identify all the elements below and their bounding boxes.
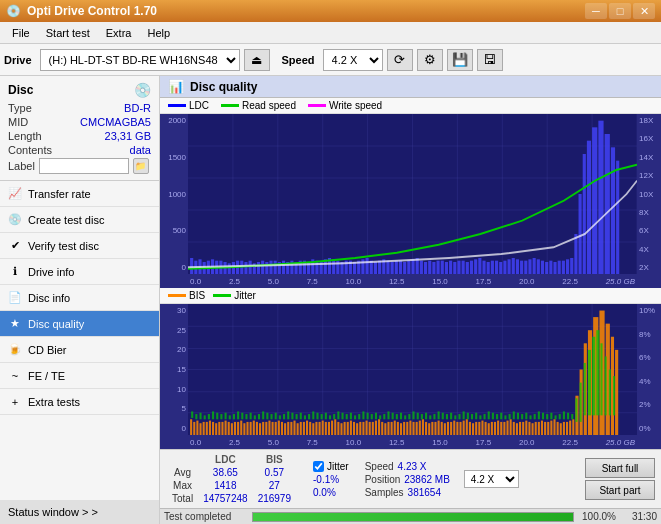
svg-rect-131 xyxy=(190,419,192,435)
svg-rect-107 xyxy=(574,234,577,274)
svg-rect-282 xyxy=(270,414,272,419)
svg-rect-230 xyxy=(500,422,502,435)
svg-rect-217 xyxy=(459,422,461,435)
minimize-button[interactable]: ─ xyxy=(585,3,607,19)
svg-rect-289 xyxy=(300,413,302,420)
eject-button[interactable]: ⏏ xyxy=(244,49,270,71)
svg-rect-239 xyxy=(528,422,530,435)
status-window-label: Status window > > xyxy=(8,506,98,518)
nav-create-test-disc[interactable]: 💿 Create test disc xyxy=(0,207,159,233)
stats-bar: LDC BIS Avg 38.65 0.57 Max 1418 27 xyxy=(160,449,661,508)
svg-rect-35 xyxy=(274,261,277,274)
menu-start-test[interactable]: Start test xyxy=(38,22,98,43)
svg-rect-150 xyxy=(250,422,252,435)
drive-select[interactable]: (H:) HL-DT-ST BD-RE WH16NS48 1.D3 xyxy=(40,49,240,71)
svg-rect-199 xyxy=(403,422,405,435)
nav-transfer-rate[interactable]: 📈 Transfer rate xyxy=(0,181,159,207)
svg-rect-357 xyxy=(584,363,586,415)
verify-test-disc-icon: ✔ xyxy=(8,239,22,253)
avg-ldc: 38.65 xyxy=(199,467,252,478)
menu-extra[interactable]: Extra xyxy=(98,22,140,43)
nav-cd-bier[interactable]: 🍺 CD Bier xyxy=(0,337,159,363)
svg-rect-346 xyxy=(538,411,540,419)
max-ldc: 1418 xyxy=(199,480,252,491)
svg-rect-331 xyxy=(475,413,477,420)
svg-rect-147 xyxy=(240,421,242,435)
svg-rect-332 xyxy=(479,415,481,419)
speed-select-stats[interactable]: 4.2 X xyxy=(464,470,519,488)
start-full-button[interactable]: Start full xyxy=(585,458,655,478)
nav-fe-te-label: FE / TE xyxy=(28,370,65,382)
nav-disc-quality[interactable]: ★ Disc quality xyxy=(0,311,159,337)
svg-rect-238 xyxy=(525,421,527,435)
svg-rect-319 xyxy=(425,413,427,420)
svg-rect-191 xyxy=(378,419,380,435)
svg-rect-363 xyxy=(609,370,611,416)
svg-rect-142 xyxy=(225,421,227,435)
svg-rect-227 xyxy=(491,422,493,435)
nav-drive-info-label: Drive info xyxy=(28,266,74,278)
svg-rect-246 xyxy=(550,421,552,435)
svg-rect-228 xyxy=(494,422,496,435)
refresh-button[interactable]: ⟳ xyxy=(387,49,413,71)
start-part-button[interactable]: Start part xyxy=(585,480,655,500)
samples-value: 381654 xyxy=(408,487,441,498)
top-x-axis: 0.0 2.5 5.0 7.5 10.0 12.5 15.0 17.5 20.0… xyxy=(160,274,661,288)
top-x-labels: 0.0 2.5 5.0 7.5 10.0 12.5 15.0 17.5 20.0… xyxy=(188,274,637,288)
jitter-checkbox[interactable] xyxy=(313,461,324,472)
nav-disc-info[interactable]: 📄 Disc info xyxy=(0,285,159,311)
svg-rect-197 xyxy=(397,422,399,435)
nav-verify-test-disc[interactable]: ✔ Verify test disc xyxy=(0,233,159,259)
svg-rect-308 xyxy=(379,415,381,419)
svg-rect-219 xyxy=(466,419,468,435)
disc-length-row: Length 23,31 GB xyxy=(8,130,151,142)
svg-rect-274 xyxy=(237,411,239,419)
save-button[interactable]: 🖫 xyxy=(477,49,503,71)
maximize-button[interactable]: □ xyxy=(609,3,631,19)
bot-y-10: 10 xyxy=(177,385,186,394)
nav-extra-tests[interactable]: + Extra tests xyxy=(0,389,159,415)
status-window-button[interactable]: Status window > > xyxy=(0,500,159,524)
svg-rect-302 xyxy=(354,415,356,419)
svg-rect-166 xyxy=(300,422,302,435)
svg-rect-29 xyxy=(249,261,252,274)
speed-select-toolbar[interactable]: 4.2 X xyxy=(323,49,383,71)
nav-disc-quality-label: Disc quality xyxy=(28,318,84,330)
speed-key: Speed xyxy=(365,461,394,472)
svg-rect-157 xyxy=(272,422,274,435)
svg-rect-362 xyxy=(605,356,607,415)
label-input[interactable] xyxy=(39,158,129,174)
svg-rect-309 xyxy=(383,414,385,419)
svg-rect-343 xyxy=(525,413,527,420)
svg-rect-154 xyxy=(262,422,264,435)
svg-rect-168 xyxy=(306,421,308,435)
menu-file[interactable]: File xyxy=(4,22,38,43)
nav-fe-te[interactable]: ~ FE / TE xyxy=(0,363,159,389)
settings-button[interactable]: ⚙ xyxy=(417,49,443,71)
svg-rect-148 xyxy=(243,423,245,435)
menu-help[interactable]: Help xyxy=(139,22,178,43)
svg-rect-339 xyxy=(509,414,511,419)
title-bar: 💿 Opti Drive Control 1.70 ─ □ ✕ xyxy=(0,0,661,22)
svg-rect-80 xyxy=(462,261,465,274)
top-y-axis-left: 2000 1500 1000 500 0 xyxy=(160,114,188,274)
svg-rect-295 xyxy=(325,413,327,420)
svg-rect-298 xyxy=(337,411,339,419)
chart-title: Disc quality xyxy=(190,80,257,94)
svg-rect-262 xyxy=(615,350,618,435)
fe-te-icon: ~ xyxy=(8,369,22,383)
svg-rect-133 xyxy=(196,421,198,435)
top-y-1500: 1500 xyxy=(168,153,186,162)
svg-rect-70 xyxy=(420,261,423,274)
svg-rect-95 xyxy=(524,261,527,274)
media-button[interactable]: 💾 xyxy=(447,49,473,71)
svg-rect-281 xyxy=(266,413,268,420)
status-message: Test completed xyxy=(164,511,244,522)
label-browse-button[interactable]: 📁 xyxy=(133,158,149,174)
close-button[interactable]: ✕ xyxy=(633,3,655,19)
svg-rect-347 xyxy=(542,413,544,420)
svg-rect-106 xyxy=(570,258,573,274)
svg-rect-323 xyxy=(442,413,444,420)
nav-drive-info[interactable]: ℹ Drive info xyxy=(0,259,159,285)
svg-rect-79 xyxy=(457,261,460,274)
